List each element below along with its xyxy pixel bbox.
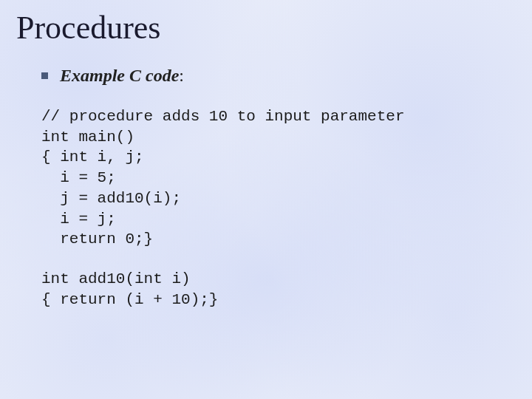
bullet-label-text: Example C code xyxy=(60,66,179,85)
slide: Procedures Example C code: // procedure … xyxy=(0,0,532,399)
slide-title: Procedures xyxy=(16,9,511,47)
bullet-label-suffix: : xyxy=(179,66,184,85)
square-bullet-icon xyxy=(41,72,48,79)
code-block-main: // procedure adds 10 to input parameter … xyxy=(41,106,511,250)
bullet-label: Example C code: xyxy=(60,66,184,86)
code-block-add10: int add10(int i) { return (i + 10);} xyxy=(41,269,511,310)
bullet-item: Example C code: xyxy=(41,66,511,86)
